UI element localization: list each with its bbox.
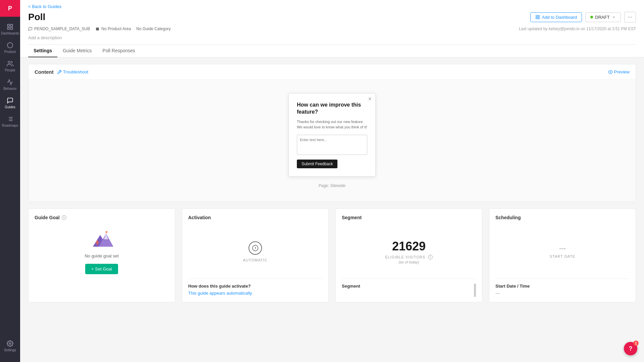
poll-text-input[interactable] <box>297 135 367 155</box>
meta-row: PENDO_SAMPLE_DATA_SUB No Product Area No… <box>28 26 636 34</box>
sidebar: P Dashboards Product People <box>0 0 20 362</box>
grid-icon <box>7 23 13 30</box>
activation-sub-text: This guide appears automatically. <box>188 291 322 296</box>
guide-goal-title-text: Guide Goal <box>35 215 60 220</box>
scheduling-title-text: Scheduling <box>495 215 521 220</box>
svg-point-4 <box>8 61 10 64</box>
troubleshoot-label: Troubleshoot <box>63 69 88 74</box>
sidebar-item-guides-label: Guides <box>5 105 15 109</box>
title-row: Poll Add to Dashboard DRAFT <box>28 9 636 26</box>
segment-visitor-count: 21629 <box>392 239 426 253</box>
svg-rect-14 <box>538 17 539 19</box>
guides-icon <box>7 97 13 104</box>
svg-rect-1 <box>11 24 13 26</box>
start-date-label: START DATE <box>550 254 575 258</box>
set-goal-button[interactable]: + Set Goal <box>85 264 118 274</box>
chevron-down-icon <box>612 15 616 19</box>
scheduling-card: Scheduling --- START DATE Start Date / T… <box>489 208 636 302</box>
sidebar-item-settings-label: Settings <box>4 348 16 352</box>
title-actions: Add to Dashboard DRAFT ··· <box>530 12 636 22</box>
activation-title: Activation <box>188 215 322 220</box>
segment-card: Segment 21629 ELIGIBLE VISITORS i (as of… <box>335 208 482 302</box>
scheduling-body: --- START DATE <box>495 225 630 279</box>
segment-as-of-today: (as of today) <box>398 260 419 264</box>
activation-icon <box>249 241 262 255</box>
sidebar-nav: Dashboards Product People Behavior <box>0 17 20 337</box>
content-card-header: Content Troubleshoot Preview <box>29 64 636 80</box>
poll-preview-area: ✕ How can we improve this feature? Thank… <box>29 80 636 201</box>
tab-settings[interactable]: Settings <box>28 45 57 57</box>
activation-type-label: AUTOMATIC <box>243 258 268 262</box>
guide-goal-title: Guide Goal i <box>35 215 169 220</box>
poll-submit-button[interactable]: Submit Feedback <box>297 160 337 168</box>
tab-guide-metrics[interactable]: Guide Metrics <box>57 45 97 57</box>
app-logo[interactable]: P <box>0 0 20 17</box>
start-date-time-value: --- <box>495 291 630 296</box>
last-updated-text: Last updated by kelsey@pendo.io on 11/17… <box>519 26 636 31</box>
svg-rect-3 <box>8 27 10 29</box>
draft-status-dot <box>590 16 593 18</box>
more-options-button[interactable]: ··· <box>624 12 636 22</box>
guide-category-meta: No Guide Category <box>136 26 171 31</box>
content-card-title: Content <box>35 69 54 75</box>
behavior-icon <box>7 79 13 85</box>
product-area-icon <box>95 27 100 31</box>
sidebar-item-roadmaps[interactable]: Roadmaps <box>0 112 20 131</box>
main-content: < Back to Guides Poll Add to Dashboard D… <box>20 0 644 362</box>
guide-goal-info-icon[interactable]: i <box>62 215 66 220</box>
scheduling-title: Scheduling <box>495 215 630 220</box>
guide-goal-card: Guide Goal i <box>28 208 175 302</box>
box-icon <box>7 42 13 49</box>
svg-point-11 <box>9 343 11 345</box>
segment-scrollbar[interactable] <box>474 284 476 297</box>
topbar: < Back to Guides Poll Add to Dashboard D… <box>20 0 644 57</box>
svg-rect-15 <box>536 17 537 19</box>
sidebar-item-dashboards[interactable]: Dashboards <box>0 20 20 39</box>
guide-category-text: No Guide Category <box>136 26 171 31</box>
svg-point-17 <box>610 71 611 72</box>
sidebar-item-product-label: Product <box>4 50 16 54</box>
activation-title-text: Activation <box>188 215 211 220</box>
tab-poll-responses[interactable]: Poll Responses <box>97 45 141 57</box>
activation-card: Activation AUTOMATIC How does this guide… <box>182 208 329 302</box>
sidebar-item-people-label: People <box>5 68 15 72</box>
sidebar-item-product[interactable]: Product <box>0 39 20 57</box>
segment-title-text: Segment <box>342 215 362 220</box>
sidebar-item-settings[interactable]: Settings <box>4 337 16 355</box>
help-icon: ? <box>629 345 633 352</box>
draft-button[interactable]: DRAFT <box>585 12 621 22</box>
troubleshoot-link[interactable]: Troubleshoot <box>57 69 88 74</box>
guide-goal-body: No guide goal set + Set Goal <box>35 225 169 279</box>
sidebar-item-behavior[interactable]: Behavior <box>0 75 20 94</box>
draft-label: DRAFT <box>595 15 609 20</box>
subscription-text: PENDO_SAMPLE_DATA_SUB <box>34 26 90 31</box>
svg-rect-12 <box>536 15 537 17</box>
eligible-text: ELIGIBLE VISITORS <box>385 255 425 259</box>
eligible-info-icon[interactable]: i <box>428 255 433 259</box>
segment-body: 21629 ELIGIBLE VISITORS i (as of today) <box>342 225 476 279</box>
sidebar-item-guides[interactable]: Guides <box>0 94 20 112</box>
poll-modal-close[interactable]: ✕ <box>368 96 372 102</box>
page-label: Page: Sitewide <box>319 183 345 188</box>
help-notification-count: 1 <box>633 341 639 346</box>
auto-icon <box>252 245 259 251</box>
add-description-link[interactable]: Add a description <box>28 34 636 44</box>
card-header-left: Content Troubleshoot <box>35 69 88 75</box>
chat-icon <box>28 27 33 31</box>
preview-link[interactable]: Preview <box>608 69 630 74</box>
settings-icon <box>7 340 13 347</box>
add-dashboard-icon <box>535 15 540 19</box>
activation-text-part3: . <box>252 291 253 296</box>
product-area-text: No Product Area <box>101 26 131 31</box>
wrench-icon <box>57 70 62 74</box>
eye-icon <box>608 70 613 74</box>
back-to-guides-link[interactable]: < Back to Guides <box>28 0 636 9</box>
help-badge[interactable]: 1 ? <box>624 342 637 355</box>
svg-rect-0 <box>8 24 10 26</box>
poll-modal-title: How can we improve this feature? <box>297 102 367 116</box>
page-title: Poll <box>28 12 45 22</box>
sidebar-item-behavior-label: Behavior <box>3 87 16 90</box>
sidebar-item-people[interactable]: People <box>0 57 20 75</box>
logo-text: P <box>8 5 12 12</box>
add-to-dashboard-button[interactable]: Add to Dashboard <box>530 12 582 22</box>
